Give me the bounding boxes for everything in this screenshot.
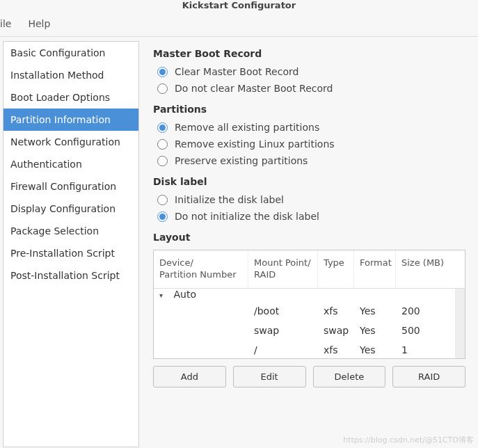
sidebar-item-display-configuration[interactable]: Display Configuration: [3, 198, 138, 220]
mbr-option-0[interactable]: Clear Master Boot Record: [157, 66, 465, 77]
table-row[interactable]: swapswapYes500: [154, 321, 465, 340]
layout-table: Device/ Partition Number Mount Point/ RA…: [153, 250, 465, 359]
cell-format: Yes: [354, 321, 396, 340]
disklabel-radio-1[interactable]: [157, 211, 168, 222]
sidebar: Basic ConfigurationInstallation MethodBo…: [3, 41, 139, 447]
partitions-option-0[interactable]: Remove all existing partitions: [157, 122, 465, 133]
sidebar-item-network-configuration[interactable]: Network Configuration: [3, 131, 138, 153]
scrollbar[interactable]: [455, 289, 465, 358]
cell-mount: /: [248, 340, 318, 358]
col-mount[interactable]: Mount Point/ RAID: [248, 250, 318, 288]
disklabel-label-0: Initialize the disk label: [175, 194, 284, 205]
partitions-label-2: Preserve existing partitions: [175, 155, 308, 166]
col-device[interactable]: Device/ Partition Number: [154, 250, 248, 288]
mbr-label-1: Do not clear Master Boot Record: [175, 83, 333, 94]
sidebar-item-partition-information[interactable]: Partition Information: [3, 109, 138, 131]
menu-help[interactable]: Help: [28, 18, 50, 29]
cell-mount: swap: [248, 321, 318, 340]
cell-type: swap: [318, 321, 354, 340]
partitions-radio-1[interactable]: [157, 139, 168, 150]
section-disklabel-title: Disk label: [153, 176, 465, 187]
table-row[interactable]: ▾ Auto: [154, 289, 465, 301]
disklabel-option-1[interactable]: Do not initialize the disk label: [157, 211, 465, 222]
partitions-label-0: Remove all existing partitions: [175, 122, 319, 133]
mbr-radio-0[interactable]: [157, 67, 168, 77]
edit-button[interactable]: Edit: [233, 366, 306, 387]
sidebar-item-authentication[interactable]: Authentication: [3, 153, 138, 175]
section-mbr-title: Master Boot Record: [153, 48, 465, 59]
main-panel: Master Boot Record Clear Master Boot Rec…: [139, 37, 478, 448]
tree-expander-icon[interactable]: ▾: [159, 291, 166, 299]
disklabel-radio-0[interactable]: [157, 195, 168, 205]
section-layout-title: Layout: [153, 232, 465, 243]
sidebar-item-package-selection[interactable]: Package Selection: [3, 220, 138, 242]
table-row[interactable]: /bootxfsYes200: [154, 301, 465, 321]
mbr-option-1[interactable]: Do not clear Master Boot Record: [157, 83, 465, 94]
partitions-radio-0[interactable]: [157, 122, 168, 133]
sidebar-item-pre-installation-script[interactable]: Pre-Installation Script: [3, 242, 138, 264]
partitions-radio-2[interactable]: [157, 156, 168, 166]
mbr-radio-1[interactable]: [157, 83, 168, 94]
watermark: https://blog.csdn.net/@51CTO博客: [343, 435, 474, 445]
raid-button[interactable]: RAID: [392, 366, 465, 387]
col-size[interactable]: Size (MB): [396, 250, 465, 288]
menubar: ile Help: [0, 13, 478, 37]
menu-file[interactable]: ile: [0, 18, 11, 29]
disklabel-option-0[interactable]: Initialize the disk label: [157, 194, 465, 205]
sidebar-item-post-installation-script[interactable]: Post-Installation Script: [3, 264, 138, 287]
sidebar-item-basic-configuration[interactable]: Basic Configuration: [3, 42, 138, 64]
cell-type: xfs: [318, 301, 354, 321]
table-header-row: Device/ Partition Number Mount Point/ RA…: [154, 250, 465, 289]
col-format[interactable]: Format: [354, 250, 396, 288]
window-title: Kickstart Configurator: [0, 0, 478, 13]
sidebar-item-boot-loader-options[interactable]: Boot Loader Options: [3, 86, 138, 109]
table-row[interactable]: /xfsYes1: [154, 340, 465, 358]
cell-format: Yes: [354, 301, 396, 321]
delete-button[interactable]: Delete: [313, 366, 386, 387]
disklabel-label-1: Do not initialize the disk label: [175, 211, 319, 222]
root-node-label: Auto: [173, 289, 196, 300]
col-type[interactable]: Type: [318, 250, 354, 288]
cell-type: xfs: [318, 340, 354, 358]
sidebar-item-firewall-configuration[interactable]: Firewall Configuration: [3, 175, 138, 198]
partitions-label-1: Remove existing Linux partitions: [175, 138, 335, 150]
button-row: Add Edit Delete RAID: [153, 366, 465, 387]
mbr-label-0: Clear Master Boot Record: [175, 66, 298, 77]
partitions-option-1[interactable]: Remove existing Linux partitions: [157, 138, 465, 150]
table-body[interactable]: ▾ Auto /bootxfsYes200swapswapYes500/xfsY…: [154, 289, 465, 358]
section-partitions-title: Partitions: [153, 104, 465, 115]
cell-mount: /boot: [248, 301, 318, 321]
cell-format: Yes: [354, 340, 396, 358]
add-button[interactable]: Add: [153, 366, 226, 387]
sidebar-item-installation-method[interactable]: Installation Method: [3, 64, 138, 86]
partitions-option-2[interactable]: Preserve existing partitions: [157, 155, 465, 166]
